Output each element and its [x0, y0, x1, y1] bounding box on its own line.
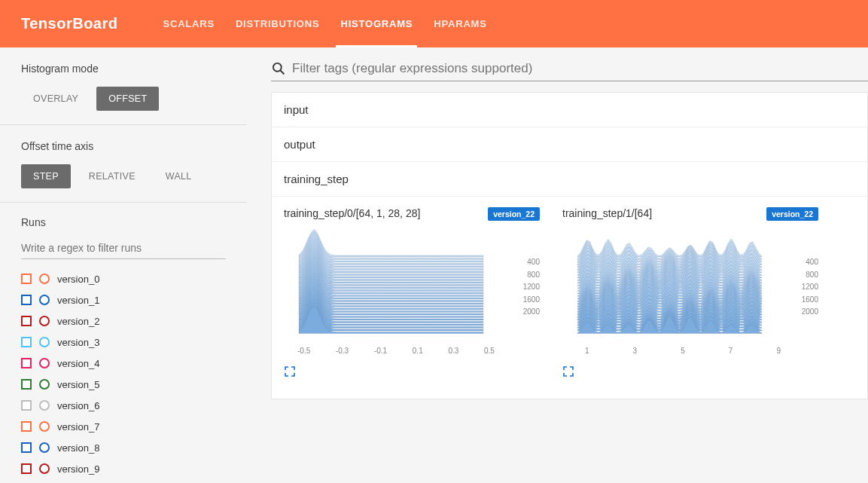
app-header: TensorBoard SCALARS DISTRIBUTIONS HISTOG… — [0, 0, 868, 47]
tab-scalars[interactable]: SCALARS — [163, 0, 214, 47]
run-item: version_10 — [21, 479, 226, 483]
run-radio[interactable] — [39, 337, 50, 347]
run-radio[interactable] — [39, 442, 50, 453]
run-checkbox[interactable] — [21, 421, 32, 432]
run-item: version_3 — [21, 332, 226, 353]
tab-distributions[interactable]: DISTRIBUTIONS — [236, 0, 320, 47]
run-item: version_1 — [21, 289, 226, 310]
run-checkbox[interactable] — [21, 442, 32, 453]
run-item: version_5 — [21, 374, 226, 395]
run-checkbox[interactable] — [21, 274, 32, 284]
run-name-label: version_6 — [57, 400, 99, 411]
runs-label: Runs — [0, 203, 247, 237]
run-item: version_9 — [21, 458, 226, 479]
run-radio[interactable] — [39, 274, 50, 284]
sections-card: input output training_step training_step… — [271, 92, 868, 399]
tag-filter-row — [271, 61, 868, 81]
svg-point-0 — [273, 63, 282, 72]
run-checkbox[interactable] — [21, 358, 32, 368]
run-checkbox[interactable] — [21, 295, 32, 305]
x-axis-labels: -0.5 -0.3 -0.1 0.1 0.3 0.5 — [297, 347, 495, 355]
run-item: version_8 — [21, 437, 226, 458]
run-radio[interactable] — [39, 358, 50, 368]
run-checkbox[interactable] — [21, 337, 32, 347]
run-radio[interactable] — [39, 421, 50, 432]
run-radio[interactable] — [39, 379, 50, 390]
run-name-label: version_0 — [57, 274, 99, 285]
run-name-label: version_2 — [57, 316, 99, 327]
wall-button[interactable]: WALL — [154, 164, 204, 188]
nav-tabs: SCALARS DISTRIBUTIONS HISTOGRAMS HPARAMS — [163, 0, 486, 47]
expand-chart-button[interactable] — [284, 365, 540, 381]
charts-row: training_step/0/[64, 1, 28, 28] version_… — [272, 197, 867, 399]
run-checkbox[interactable] — [21, 463, 32, 474]
tag-filter-input[interactable] — [292, 61, 868, 76]
fullscreen-icon — [562, 365, 574, 378]
run-name-label: version_9 — [57, 463, 99, 475]
run-radio[interactable] — [39, 463, 50, 474]
y-axis-labels: 400 800 1200 1600 2000 — [502, 257, 540, 317]
offset-button[interactable]: OFFSET — [96, 87, 159, 111]
x-axis-labels: 1 3 5 7 9 — [585, 347, 781, 355]
chart-card-1: training_step/1/[64] version_22 400 800 … — [562, 207, 818, 381]
tab-hparams[interactable]: HPARAMS — [434, 0, 486, 47]
histogram-mode-section: Histogram mode OVERLAY OFFSET — [0, 47, 247, 124]
run-name-label: version_7 — [57, 421, 99, 433]
y-axis-labels: 400 800 1200 1600 2000 — [781, 257, 818, 317]
run-checkbox[interactable] — [21, 316, 32, 326]
offset-axis-section: Offset time axis STEP RELATIVE WALL — [0, 125, 247, 202]
overlay-button[interactable]: OVERLAY — [21, 87, 90, 111]
run-item: version_4 — [21, 353, 226, 374]
sidebar: Histogram mode OVERLAY OFFSET Offset tim… — [0, 47, 247, 483]
run-item: version_6 — [21, 395, 226, 416]
run-name-label: version_1 — [57, 295, 99, 306]
section-input[interactable]: input — [272, 93, 867, 127]
section-output[interactable]: output — [272, 127, 867, 162]
runs-filter-input[interactable] — [21, 237, 226, 259]
brand-logo: TensorBoard — [21, 15, 117, 32]
run-item: version_0 — [21, 268, 226, 289]
section-training-step[interactable]: training_step — [272, 162, 867, 197]
run-item: version_2 — [21, 310, 226, 332]
tab-histograms[interactable]: HISTOGRAMS — [340, 0, 413, 47]
run-list: version_0version_1version_2version_3vers… — [0, 268, 247, 483]
histogram-plot-1: 400 800 1200 1600 2000 1 3 5 7 9 — [562, 227, 818, 355]
run-radio[interactable] — [39, 295, 50, 305]
search-icon — [271, 61, 286, 76]
run-name-label: version_8 — [57, 442, 99, 454]
run-checkbox[interactable] — [21, 400, 32, 411]
histogram-mode-label: Histogram mode — [21, 63, 226, 75]
runs-filter — [21, 237, 226, 259]
run-radio[interactable] — [39, 316, 50, 326]
expand-chart-button[interactable] — [562, 365, 818, 381]
run-badge: version_22 — [488, 207, 540, 221]
run-checkbox[interactable] — [21, 379, 32, 390]
run-item: version_7 — [21, 416, 226, 437]
svg-line-1 — [281, 71, 285, 75]
main-panel: input output training_step training_step… — [247, 47, 868, 483]
chart-card-0: training_step/0/[64, 1, 28, 28] version_… — [284, 207, 540, 381]
run-badge: version_22 — [766, 207, 818, 221]
relative-button[interactable]: RELATIVE — [77, 164, 148, 188]
run-name-label: version_5 — [57, 379, 99, 390]
offset-axis-label: Offset time axis — [21, 140, 226, 152]
fullscreen-icon — [284, 365, 296, 378]
run-radio[interactable] — [39, 400, 50, 411]
run-name-label: version_3 — [57, 337, 99, 348]
histogram-plot-0: 400 800 1200 1600 2000 -0.5 -0.3 -0.1 0.… — [284, 227, 540, 355]
step-button[interactable]: STEP — [21, 164, 71, 188]
run-name-label: version_4 — [57, 358, 99, 369]
